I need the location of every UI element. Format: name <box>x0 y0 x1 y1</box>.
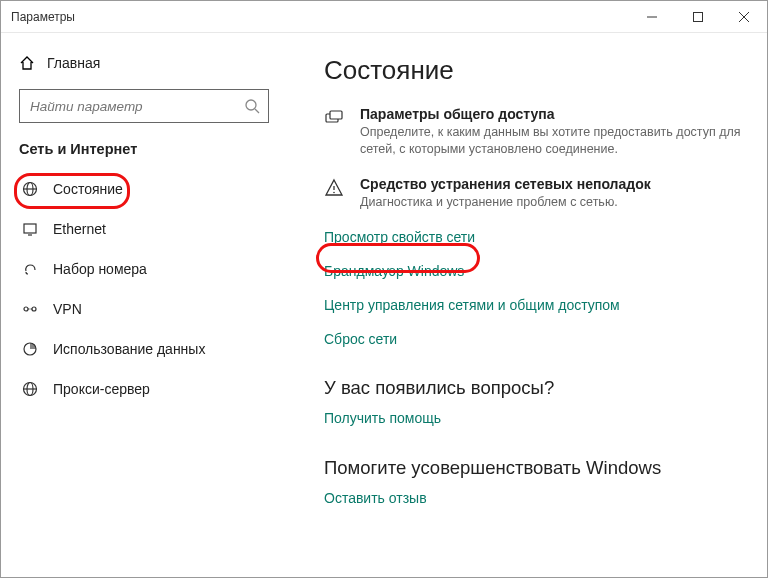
window-controls <box>629 1 767 33</box>
link-network-center[interactable]: Центр управления сетями и общим доступом <box>324 297 749 313</box>
svg-point-11 <box>24 307 28 311</box>
home-label: Главная <box>47 55 100 71</box>
link-network-reset[interactable]: Сброс сети <box>324 331 749 347</box>
nav-data-usage[interactable]: Использование данных <box>19 329 278 369</box>
titlebar: Параметры <box>1 1 767 33</box>
nav-ethernet[interactable]: Ethernet <box>19 209 278 249</box>
nav-label: VPN <box>53 301 82 317</box>
dialup-icon <box>21 261 39 277</box>
warning-icon <box>324 176 346 211</box>
nav-label: Использование данных <box>53 341 205 357</box>
status-icon <box>21 181 39 197</box>
link-get-help[interactable]: Получить помощь <box>324 410 441 426</box>
data-usage-icon <box>21 341 39 357</box>
nav-label: Ethernet <box>53 221 106 237</box>
window-title: Параметры <box>11 10 75 24</box>
sharing-desc: Определите, к каким данным вы хотите пре… <box>360 124 749 158</box>
link-network-props[interactable]: Просмотр свойств сети <box>324 229 749 245</box>
svg-rect-1 <box>694 12 703 21</box>
troubleshoot-desc: Диагностика и устранение проблем с сетью… <box>360 194 651 211</box>
maximize-button[interactable] <box>675 1 721 33</box>
feedback-heading: Помогите усовершенствовать Windows <box>324 457 749 479</box>
svg-line-5 <box>255 109 259 113</box>
search-input[interactable] <box>30 99 238 114</box>
svg-point-12 <box>32 307 36 311</box>
close-button[interactable] <box>721 1 767 33</box>
vpn-icon <box>21 301 39 317</box>
nav-vpn[interactable]: VPN <box>19 289 278 329</box>
main-content: Состояние Параметры общего доступа Опред… <box>296 33 767 577</box>
link-firewall[interactable]: Брандмауэр Windows <box>324 263 749 279</box>
minimize-button[interactable] <box>629 1 675 33</box>
nav-label: Прокси-сервер <box>53 381 150 397</box>
nav-group-title: Сеть и Интернет <box>19 141 278 157</box>
link-feedback[interactable]: Оставить отзыв <box>324 490 427 506</box>
svg-rect-19 <box>330 111 342 119</box>
nav-status[interactable]: Состояние <box>19 169 278 209</box>
search-box[interactable] <box>19 89 269 123</box>
proxy-icon <box>21 381 39 397</box>
help-heading: У вас появились вопросы? <box>324 377 749 399</box>
sharing-icon <box>324 106 346 158</box>
sidebar: Главная Сеть и Интернет Состояние Ethern… <box>1 33 296 577</box>
svg-point-4 <box>246 100 256 110</box>
svg-rect-9 <box>24 224 36 233</box>
home-nav[interactable]: Главная <box>19 51 278 75</box>
nav-dialup[interactable]: Набор номера <box>19 249 278 289</box>
nav-proxy[interactable]: Прокси-сервер <box>19 369 278 409</box>
sharing-block[interactable]: Параметры общего доступа Определите, к к… <box>324 106 749 158</box>
nav-label: Состояние <box>53 181 123 197</box>
svg-point-21 <box>333 191 335 193</box>
search-icon <box>244 98 260 118</box>
sharing-title: Параметры общего доступа <box>360 106 749 122</box>
ethernet-icon <box>21 221 39 237</box>
page-title: Состояние <box>324 55 749 86</box>
troubleshoot-block[interactable]: Средство устранения сетевых неполадок Ди… <box>324 176 749 211</box>
home-icon <box>19 55 35 71</box>
nav-label: Набор номера <box>53 261 147 277</box>
troubleshoot-title: Средство устранения сетевых неполадок <box>360 176 651 192</box>
